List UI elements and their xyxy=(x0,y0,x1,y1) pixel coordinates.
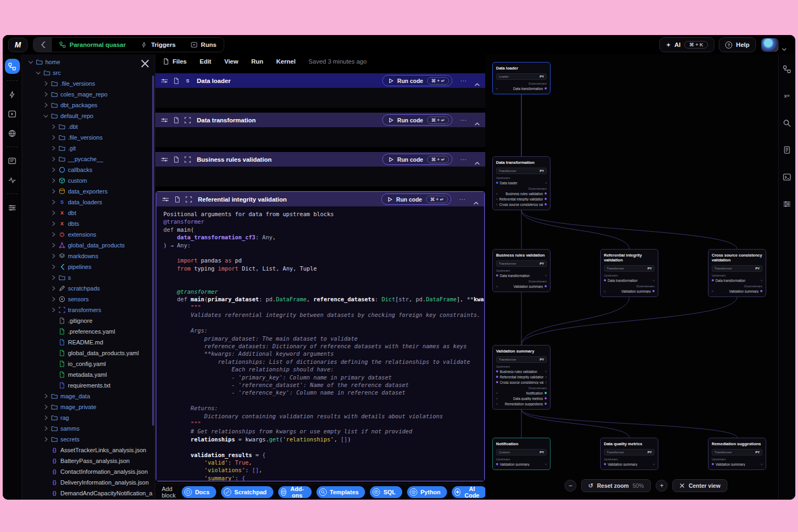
tree-item[interactable]: markdowns xyxy=(22,251,155,261)
tree-item[interactable]: {}AssetTrackerLinks_analysis.json xyxy=(22,445,155,455)
code-editor[interactable]: Positional arguments for data from upstr… xyxy=(156,206,484,481)
chevron-right-icon[interactable] xyxy=(43,81,49,86)
upstream-connection[interactable]: Data transformation xyxy=(712,278,762,283)
chevron-right-icon[interactable] xyxy=(43,437,49,442)
block-more-button[interactable]: ⋯ xyxy=(459,196,466,203)
tree-item[interactable]: Sdata_loaders xyxy=(22,197,155,208)
tree-item[interactable]: pipelines xyxy=(22,261,155,272)
menu-view[interactable]: View xyxy=(224,58,238,65)
collapse-chevron-icon[interactable] xyxy=(473,197,479,201)
tree-item[interactable]: .gitignore xyxy=(22,315,155,326)
chevron-right-icon[interactable] xyxy=(50,124,56,129)
dag-node-business-rules[interactable]: Business rules validationTransformerPYUp… xyxy=(492,249,551,292)
tree-item[interactable]: mage_data xyxy=(22,391,155,402)
block-settings-button[interactable] xyxy=(780,197,794,211)
dag-node-data-loader[interactable]: Data loaderLoaderPYDownstreamData transf… xyxy=(492,62,551,94)
tree-item[interactable]: mage_private xyxy=(22,402,155,412)
tree-item[interactable]: {}ContactInformation_analysis.json xyxy=(22,466,155,477)
downstream-connection[interactable]: Data quality metrics xyxy=(496,396,547,401)
chevron-right-icon[interactable] xyxy=(43,426,49,431)
tree-item[interactable]: .git xyxy=(22,143,155,154)
terminal-button[interactable] xyxy=(780,170,794,184)
tree-item[interactable]: coles_mage_repo xyxy=(22,89,155,100)
tree-item[interactable]: {}DeliveryInformation_analysis.json xyxy=(22,477,155,488)
chevron-right-icon[interactable] xyxy=(50,286,56,291)
block-graph-button[interactable] xyxy=(780,62,794,76)
menu-edit[interactable]: Edit xyxy=(200,58,211,65)
tree-item[interactable]: secrets xyxy=(22,434,155,445)
downstream-connection[interactable]: Remediation suggestions xyxy=(496,401,547,406)
collapse-chevron-icon[interactable] xyxy=(474,79,480,82)
scrollbar-thumb[interactable] xyxy=(152,75,154,426)
upstream-connection[interactable]: Data loader xyxy=(496,180,547,185)
file-versions-button[interactable] xyxy=(780,143,794,157)
search-button[interactable] xyxy=(780,116,794,130)
chevron-right-icon[interactable] xyxy=(50,210,56,216)
sql-button[interactable]: SQL xyxy=(370,486,402,498)
menu-files[interactable]: Files xyxy=(163,58,187,65)
menu-kernel[interactable]: Kernel xyxy=(276,58,295,65)
ai-code-button[interactable]: ✦AI Code xyxy=(452,486,487,498)
upstream-connection[interactable]: Validation summary xyxy=(604,461,655,467)
upstream-connection[interactable]: Cross source consistency validation xyxy=(496,379,547,385)
tree-item[interactable]: .file_versions xyxy=(22,132,155,143)
tree-item[interactable]: default_repo xyxy=(22,110,155,121)
chevron-right-icon[interactable] xyxy=(43,404,49,410)
collapse-chevron-icon[interactable] xyxy=(474,118,480,122)
chevron-right-icon[interactable] xyxy=(50,178,56,183)
logs-button[interactable] xyxy=(5,154,19,168)
run-code-button[interactable]: Run code⌘ + ↵ xyxy=(382,154,452,165)
tree-item[interactable]: custom xyxy=(22,175,155,186)
chevron-right-icon[interactable] xyxy=(50,146,56,151)
nav-runs[interactable]: Runs xyxy=(183,38,224,52)
tree-item[interactable]: extensions xyxy=(22,229,155,240)
chevron-right-icon[interactable] xyxy=(50,243,56,248)
tree-item[interactable]: s xyxy=(22,272,155,283)
chevron-right-icon[interactable] xyxy=(50,135,56,140)
tree-item[interactable]: sensors xyxy=(22,294,155,305)
dag-node-remediation[interactable]: Remediation suggestionsTransformerPYUpst… xyxy=(708,438,766,470)
nav-triggers[interactable]: Triggers xyxy=(133,38,183,52)
tree-item[interactable]: {}DemandAndCapacityNotification_a xyxy=(22,488,155,499)
chevron-right-icon[interactable] xyxy=(50,221,56,226)
tree-item[interactable]: .preferences.yaml xyxy=(22,326,155,337)
upstream-connection[interactable]: Data transformation xyxy=(604,278,655,283)
pipeline-editor-button[interactable] xyxy=(5,59,20,74)
dag-node-data-quality[interactable]: Data quality metricsTransformerPYUpstrea… xyxy=(600,438,658,470)
run-code-button[interactable]: Run code⌘ + ↵ xyxy=(382,75,452,86)
tree-item[interactable]: scratchpads xyxy=(22,283,155,294)
tree-item[interactable]: samms xyxy=(22,423,155,434)
downstream-connection[interactable]: Notification xyxy=(496,390,547,396)
tree-item[interactable]: .file_versions xyxy=(22,78,155,89)
python-button[interactable]: Python xyxy=(407,486,447,498)
downstream-connection[interactable]: Cross source consistency validation xyxy=(496,202,547,207)
dag-node-data-transformation[interactable]: Data transformationTransformerPYUpstream… xyxy=(492,156,551,210)
run-code-button[interactable]: Run code⌘ + ↵ xyxy=(381,194,451,205)
ai-button[interactable]: ✦ AI ⌘ + K xyxy=(659,37,714,52)
chevron-right-icon[interactable] xyxy=(50,264,56,270)
pipeline-icon-button[interactable] xyxy=(33,38,52,52)
downstream-connection[interactable]: Validation summary xyxy=(712,288,762,294)
settings-button[interactable] xyxy=(5,201,19,215)
chevron-right-icon[interactable] xyxy=(43,393,49,399)
upstream-connection[interactable]: Validation summary xyxy=(712,461,762,467)
tree-item[interactable]: global_data_products.yaml xyxy=(22,348,155,358)
chevron-right-icon[interactable] xyxy=(43,102,49,108)
downstream-connection[interactable]: Validation summary xyxy=(604,288,655,294)
tree-item[interactable]: home xyxy=(22,57,155,67)
tree-item[interactable]: __pycache__ xyxy=(22,154,155,164)
chevron-right-icon[interactable] xyxy=(50,275,56,280)
pipeline-name[interactable]: Paranormal quasar xyxy=(52,38,133,52)
collapse-chevron-icon[interactable] xyxy=(474,157,480,161)
chevron-down-icon[interactable] xyxy=(43,113,49,119)
chevron-right-icon[interactable] xyxy=(50,156,56,162)
docs-button[interactable]: Docs xyxy=(182,486,216,498)
upstream-connection[interactable]: Referential integrity validation xyxy=(496,374,547,379)
chevron-down-icon[interactable] xyxy=(35,70,41,75)
user-menu[interactable] xyxy=(760,37,790,52)
tree-item[interactable]: {}BatteryPass_analysis.json xyxy=(22,455,155,466)
chevron-down-icon[interactable] xyxy=(27,59,33,65)
center-view-button[interactable]: Center view xyxy=(672,479,727,492)
tree-item[interactable]: .dbt xyxy=(22,121,155,132)
upstream-connection[interactable]: Business rules validation xyxy=(496,369,547,374)
